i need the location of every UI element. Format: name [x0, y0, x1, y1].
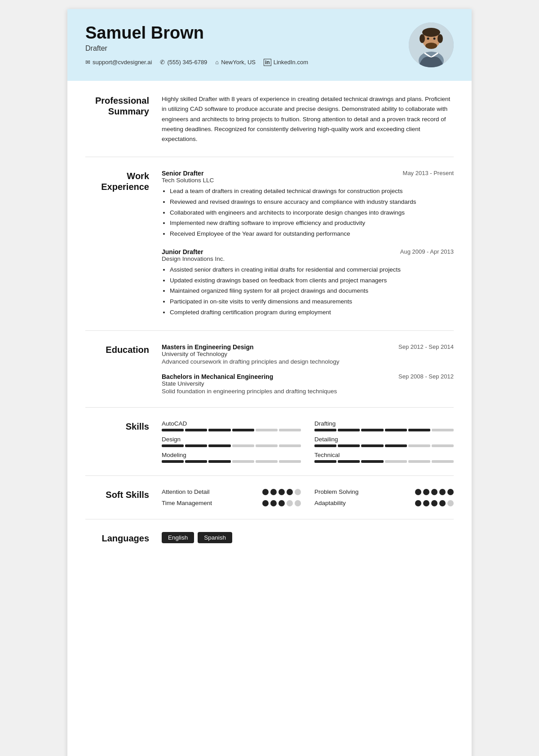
skill-name: AutoCAD [162, 420, 301, 427]
skill-segment [232, 460, 254, 463]
skill-bar [162, 444, 301, 447]
skill-bar [314, 460, 454, 463]
soft-skill-dot [439, 500, 446, 506]
job-header: Junior DrafterAug 2009 - Apr 2013 [162, 248, 454, 255]
skill-segment [256, 460, 278, 463]
soft-skill-dot [415, 500, 421, 506]
skill-segment [408, 460, 430, 463]
email-contact: ✉ support@cvdesigner.ai [85, 59, 152, 66]
svg-point-8 [433, 38, 436, 40]
job-company: Design Innovations Inc. [162, 255, 454, 262]
education-content: Masters in Engineering DesignSep 2012 - … [162, 343, 454, 395]
skill-segment [185, 444, 207, 447]
candidate-avatar [409, 22, 454, 67]
soft-skill-dots [415, 489, 454, 495]
soft-skill-dot [423, 489, 429, 495]
summary-section: Professional Summary Highly skilled Draf… [85, 94, 454, 144]
linkedin-icon: in [264, 59, 271, 66]
job-date: May 2013 - Present [403, 170, 454, 176]
svg-point-4 [420, 34, 425, 43]
divider-1 [85, 157, 454, 157]
edu-desc: Solid foundation in engineering principl… [162, 388, 454, 395]
skill-bar [162, 429, 301, 431]
soft-skills-content: Attention to DetailProblem SolvingTime M… [162, 488, 454, 506]
education-section: Education Masters in Engineering DesignS… [85, 343, 454, 395]
location-contact: ⌂ NewYork, US [215, 59, 256, 66]
soft-skill-dot [415, 489, 421, 495]
skill-segment [279, 444, 301, 447]
divider-5 [85, 519, 454, 519]
edu-desc: Advanced coursework in drafting principl… [162, 358, 454, 365]
skill-name: Design [162, 436, 301, 443]
linkedin-value: LinkedIn.com [274, 59, 308, 66]
skill-segment [385, 444, 407, 447]
job-header: Senior DrafterMay 2013 - Present [162, 170, 454, 177]
edu-header: Bachelors in Mechanical EngineeringSep 2… [162, 373, 454, 380]
skill-segment [232, 429, 254, 431]
skill-name: Detailing [314, 436, 454, 443]
soft-skill-dots [415, 500, 454, 506]
soft-skill-name: Problem Solving [314, 488, 358, 495]
soft-skill-dot [447, 500, 454, 506]
edu-school: State University [162, 380, 454, 387]
summary-label: Professional Summary [85, 94, 162, 144]
soft-skill-item: Adaptability [314, 500, 454, 506]
skills-label: Skills [85, 420, 162, 463]
skill-segment [314, 429, 336, 431]
job-bullet: Lead a team of drafters in creating deta… [170, 186, 454, 196]
header-contacts: ✉ support@cvdesigner.ai ✆ (555) 345-6789… [85, 59, 308, 66]
resume-container: Samuel Brown Drafter ✉ support@cvdesigne… [67, 9, 472, 756]
education-label: Education [85, 343, 162, 395]
skill-segment [256, 444, 278, 447]
soft-skill-dot [295, 500, 301, 506]
job-title: Senior Drafter [162, 170, 203, 177]
skill-segment [361, 429, 383, 431]
soft-skill-name: Attention to Detail [162, 488, 210, 495]
skill-segment [162, 460, 184, 463]
skill-name: Drafting [314, 420, 454, 427]
soft-skill-dot [262, 489, 269, 495]
svg-point-5 [437, 34, 443, 43]
skill-item: Drafting [314, 420, 454, 431]
svg-point-3 [422, 28, 440, 37]
soft-skill-dot [287, 489, 293, 495]
skill-segment [338, 460, 360, 463]
candidate-name: Samuel Brown [85, 24, 308, 43]
phone-contact: ✆ (555) 345-6789 [160, 59, 207, 66]
skill-segment [338, 429, 360, 431]
candidate-title: Drafter [85, 44, 308, 53]
skill-segment [232, 444, 254, 447]
divider-2 [85, 330, 454, 331]
skills-grid: AutoCADDraftingDesignDetailingModelingTe… [162, 420, 454, 463]
soft-skill-dot [295, 489, 301, 495]
phone-value: (555) 345-6789 [167, 59, 207, 66]
summary-text: Highly skilled Drafter with 8 years of e… [162, 94, 454, 144]
skill-segment [208, 444, 230, 447]
skill-bar [314, 444, 454, 447]
job-bullet: Assisted senior drafters in creating ini… [170, 265, 454, 275]
skill-segment [162, 429, 184, 431]
skill-segment [208, 429, 230, 431]
edu-date: Sep 2012 - Sep 2014 [398, 343, 454, 351]
job-title: Junior Drafter [162, 248, 203, 255]
skill-segment [162, 444, 184, 447]
skill-segment [432, 460, 454, 463]
soft-skill-dot [287, 500, 293, 506]
header-left: Samuel Brown Drafter ✉ support@cvdesigne… [85, 24, 308, 66]
soft-skill-item: Time Management [162, 500, 301, 506]
job-company: Tech Solutions LLC [162, 177, 454, 184]
skill-segment [432, 444, 454, 447]
skill-segment [314, 460, 336, 463]
work-label: Work Experience [85, 170, 162, 318]
edu-degree: Bachelors in Mechanical Engineering [162, 373, 273, 380]
job-bullet: Participated in on-site visits to verify… [170, 297, 454, 307]
header-section: Samuel Brown Drafter ✉ support@cvdesigne… [67, 9, 472, 81]
edu-entry: Bachelors in Mechanical EngineeringSep 2… [162, 373, 454, 395]
soft-skill-dot [447, 489, 454, 495]
skill-bar [162, 460, 301, 463]
edu-degree: Masters in Engineering Design [162, 343, 254, 351]
skill-segment [185, 460, 207, 463]
skill-segment [361, 460, 383, 463]
divider-4 [85, 475, 454, 476]
soft-skill-dot [431, 489, 437, 495]
